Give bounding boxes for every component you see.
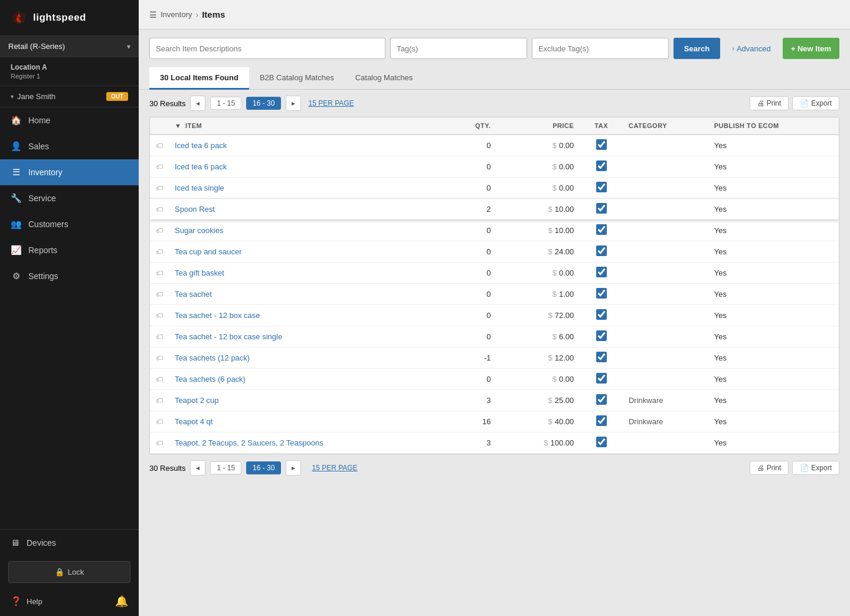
page-1-15-button-bottom[interactable]: 1 - 15 — [210, 461, 241, 474]
help-label: Help — [27, 597, 42, 606]
page-1-15-button[interactable]: 1 - 15 — [210, 97, 241, 110]
print-button[interactable]: 🖨 Print — [750, 96, 789, 110]
table-row: 🏷 Iced tea single 0 $0.00 Yes — [150, 178, 839, 199]
tax-checkbox[interactable] — [596, 352, 607, 362]
notification-icon[interactable]: 🔔 — [115, 595, 128, 608]
tabs-row: 30 Local Items Found B2B Catalog Matches… — [139, 67, 850, 90]
sidebar-item-customers[interactable]: 👥 Customers — [0, 211, 139, 237]
tax-checkbox[interactable] — [596, 267, 607, 277]
item-link[interactable]: Iced tea 6 pack — [175, 162, 227, 171]
tab-catalog-matches[interactable]: Catalog Matches — [345, 67, 424, 90]
row-item-name: Tea cup and saucer — [169, 241, 442, 263]
item-link[interactable]: Tea gift basket — [175, 268, 224, 277]
row-item-name: Spoon Rest — [169, 199, 442, 220]
export-button-bottom[interactable]: 📄 Export — [792, 461, 839, 475]
tax-checkbox[interactable] — [596, 224, 607, 235]
tax-checkbox[interactable] — [596, 415, 607, 426]
export-button[interactable]: 📄 Export — [792, 96, 839, 110]
page-prev-button[interactable]: ◂ — [190, 96, 205, 111]
sidebar-item-home[interactable]: 🏠 Home — [0, 107, 139, 133]
sidebar-item-reports-label: Reports — [28, 245, 57, 255]
dollar-sign: $ — [548, 226, 552, 235]
tax-checkbox[interactable] — [596, 309, 607, 320]
item-link[interactable]: Iced tea 6 pack — [175, 141, 227, 150]
search-input[interactable] — [149, 38, 385, 59]
help-button[interactable]: ❓ Help — [11, 596, 42, 607]
item-link[interactable]: Tea cup and saucer — [175, 247, 241, 256]
new-item-button[interactable]: + New Item — [783, 38, 839, 59]
print-icon-bottom: 🖨 — [757, 464, 764, 472]
help-icon: ❓ — [11, 596, 22, 607]
row-category: Drinkware — [623, 411, 708, 432]
item-link[interactable]: Tea sachets (6 pack) — [175, 375, 246, 384]
tax-checkbox[interactable] — [596, 160, 607, 171]
item-link[interactable]: Tea sachet — [175, 290, 212, 299]
tags-input[interactable] — [390, 38, 527, 59]
tax-checkbox[interactable] — [596, 437, 607, 447]
row-price: $1.00 — [509, 284, 580, 305]
dollar-sign: $ — [544, 438, 548, 447]
tax-checkbox[interactable] — [596, 394, 607, 405]
row-tag-icon: 🏷 — [150, 178, 169, 199]
user-chevron-icon: ▾ — [11, 93, 14, 100]
tax-checkbox[interactable] — [596, 288, 607, 299]
tax-checkbox[interactable] — [596, 245, 607, 256]
sidebar-item-devices[interactable]: 🖥 Devices — [0, 530, 139, 555]
row-publish: Yes — [708, 241, 839, 263]
per-page-button[interactable]: 15 PER PAGE — [308, 99, 354, 107]
sidebar-item-inventory[interactable]: ☰ Inventory — [0, 159, 139, 185]
item-link[interactable]: Tea sachets (12 pack) — [175, 353, 250, 362]
tax-checkbox[interactable] — [596, 330, 607, 341]
page-next-button-bottom[interactable]: ▸ — [286, 460, 301, 476]
item-link[interactable]: Tea sachet - 12 box case — [175, 311, 260, 320]
item-link[interactable]: Teapot 4 qt — [175, 417, 212, 426]
sidebar-item-sales[interactable]: 👤 Sales — [0, 133, 139, 159]
advanced-button[interactable]: › Advanced — [725, 38, 778, 59]
item-link[interactable]: Iced tea single — [175, 184, 224, 192]
page-prev-button-bottom[interactable]: ◂ — [190, 460, 205, 476]
row-tag-icon: 🏷 — [150, 326, 169, 348]
row-item-name: Tea gift basket — [169, 263, 442, 284]
page-16-30-button[interactable]: 16 - 30 — [246, 97, 281, 110]
row-publish: Yes — [708, 135, 839, 156]
row-item-name: Teapot 2 cup — [169, 390, 442, 411]
sidebar-item-service[interactable]: 🔧 Service — [0, 185, 139, 211]
per-page-button-bottom[interactable]: 15 PER PAGE — [306, 462, 363, 474]
row-price: $0.00 — [509, 369, 580, 390]
item-link[interactable]: Tea sachet - 12 box case single — [175, 332, 282, 341]
sidebar-item-devices-label: Devices — [27, 538, 56, 548]
tax-checkbox[interactable] — [596, 373, 607, 384]
main-content: ☰ Inventory › Items Search › Advanced + … — [139, 0, 850, 616]
dollar-sign: $ — [548, 396, 552, 405]
sidebar-item-settings[interactable]: ⚙ Settings — [0, 263, 139, 289]
tax-checkbox[interactable] — [596, 182, 607, 192]
search-button[interactable]: Search — [674, 38, 720, 59]
tax-checkbox[interactable] — [596, 139, 607, 150]
lock-button[interactable]: 🔒 Lock — [8, 561, 130, 583]
dollar-sign: $ — [552, 141, 557, 150]
item-link[interactable]: Teapot 2 cup — [175, 396, 218, 405]
print-button-bottom[interactable]: 🖨 Print — [750, 461, 789, 475]
help-row: ❓ Help 🔔 — [0, 589, 139, 616]
dollar-sign: $ — [548, 311, 552, 320]
tax-checkbox[interactable] — [596, 203, 607, 214]
item-link[interactable]: Spoon Rest — [175, 205, 215, 214]
tab-b2b-catalog[interactable]: B2B Catalog Matches — [249, 67, 345, 90]
sidebar-item-reports[interactable]: 📈 Reports — [0, 237, 139, 263]
sidebar: lightspeed Retail (R-Series) ▾ Location … — [0, 0, 139, 616]
user-status-badge: OUT — [106, 92, 128, 101]
col-item[interactable]: ▼ ITEM — [169, 117, 442, 135]
dollar-sign: $ — [552, 290, 557, 299]
item-link[interactable]: Sugar cookies — [175, 226, 223, 235]
row-category — [623, 326, 708, 348]
item-link[interactable]: Teapot, 2 Teacups, 2 Saucers, 2 Teaspoon… — [175, 438, 323, 447]
exclude-tags-input[interactable] — [532, 38, 669, 59]
store-selector[interactable]: Retail (R-Series) ▾ — [0, 36, 139, 57]
page-16-30-button-bottom[interactable]: 16 - 30 — [246, 461, 281, 474]
page-next-button[interactable]: ▸ — [286, 96, 301, 111]
row-publish: Yes — [708, 348, 839, 369]
print-label-bottom: Print — [767, 464, 782, 472]
tab-local-items[interactable]: 30 Local Items Found — [149, 67, 249, 90]
row-publish: Yes — [708, 220, 839, 241]
row-item-name: Teapot, 2 Teacups, 2 Saucers, 2 Teaspoon… — [169, 432, 442, 454]
